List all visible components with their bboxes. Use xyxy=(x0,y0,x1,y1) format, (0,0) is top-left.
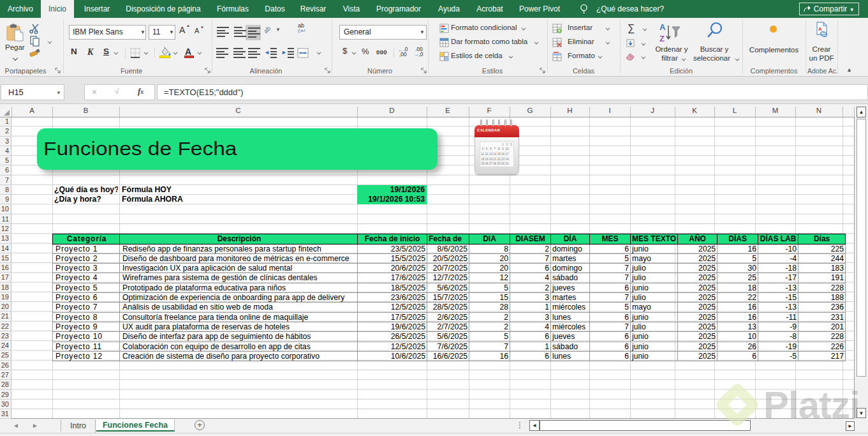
svg-text:A: A xyxy=(818,26,822,32)
svg-text:Z: Z xyxy=(659,34,665,43)
svg-text:A: A xyxy=(659,22,666,32)
